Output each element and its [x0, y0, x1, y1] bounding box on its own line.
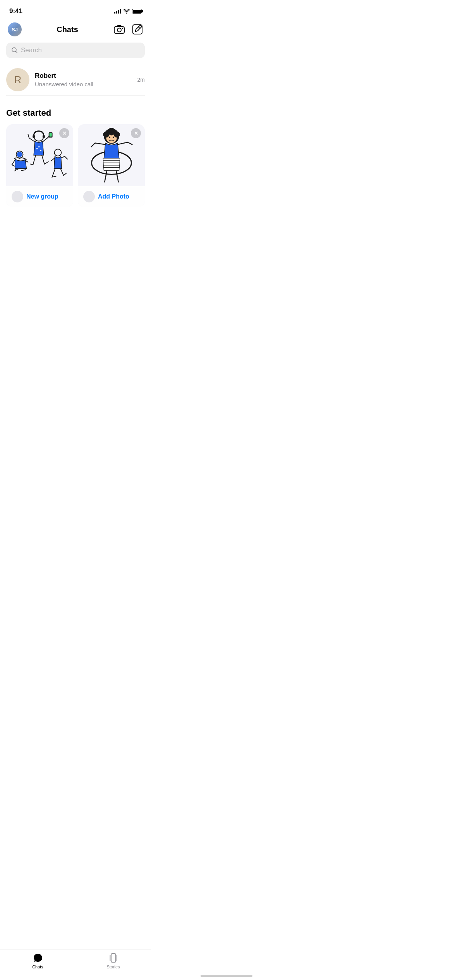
status-icons — [114, 9, 142, 14]
search-icon — [12, 47, 18, 53]
svg-point-21 — [108, 128, 115, 135]
user-avatar[interactable]: SJ — [8, 22, 22, 36]
chat-list: R Robert Unanswered video call 2m — [0, 64, 151, 96]
compose-icon — [132, 24, 142, 34]
svg-rect-9 — [43, 135, 45, 138]
add-photo-card[interactable]: ✕ — [78, 124, 145, 207]
svg-rect-8 — [33, 135, 35, 138]
svg-point-1 — [117, 28, 121, 32]
new-group-card[interactable]: ✕ — [6, 124, 73, 207]
svg-point-2 — [122, 28, 123, 29]
svg-point-15 — [55, 149, 62, 156]
page-title: Chats — [57, 25, 78, 34]
chat-content: Robert Unanswered video call — [35, 72, 132, 87]
cards-grid: ✕ — [6, 124, 145, 207]
search-container — [0, 41, 151, 64]
search-input[interactable] — [21, 46, 139, 54]
nav-actions — [113, 24, 143, 35]
chat-time: 2m — [137, 77, 145, 83]
svg-point-22 — [109, 137, 110, 138]
avatar: R — [6, 68, 29, 91]
svg-rect-14 — [50, 133, 52, 137]
svg-text:★: ★ — [38, 146, 40, 148]
add-photo-icon — [83, 191, 95, 202]
chat-name: Robert — [35, 72, 132, 80]
chat-item-robert[interactable]: R Robert Unanswered video call 2m — [6, 64, 145, 96]
status-time: 9:41 — [9, 7, 22, 15]
camera-icon — [114, 25, 125, 34]
svg-point-23 — [113, 137, 114, 138]
get-started-title: Get started — [6, 108, 145, 118]
status-bar: 9:41 — [0, 0, 151, 19]
new-group-label: New group — [26, 193, 58, 200]
get-started-section: Get started ✕ — [0, 96, 151, 213]
close-icon: ✕ — [62, 130, 67, 136]
new-group-close-button[interactable]: ✕ — [59, 128, 69, 138]
search-bar[interactable] — [6, 43, 145, 58]
chat-preview: Unanswered video call — [35, 81, 132, 87]
svg-text:★: ★ — [39, 149, 42, 152]
compose-button[interactable] — [132, 24, 143, 35]
new-group-icon — [12, 191, 23, 202]
new-group-label-bar: New group — [6, 186, 73, 207]
battery-icon — [132, 9, 142, 14]
camera-button[interactable] — [113, 24, 125, 35]
add-photo-label-bar: Add Photo — [78, 186, 145, 207]
nav-header: SJ Chats — [0, 19, 151, 41]
add-photo-label: Add Photo — [98, 193, 129, 200]
svg-point-6 — [17, 152, 22, 157]
add-photo-close-button[interactable]: ✕ — [131, 128, 141, 138]
wifi-icon — [124, 9, 130, 14]
signal-icon — [114, 9, 121, 14]
close-icon: ✕ — [134, 130, 138, 136]
